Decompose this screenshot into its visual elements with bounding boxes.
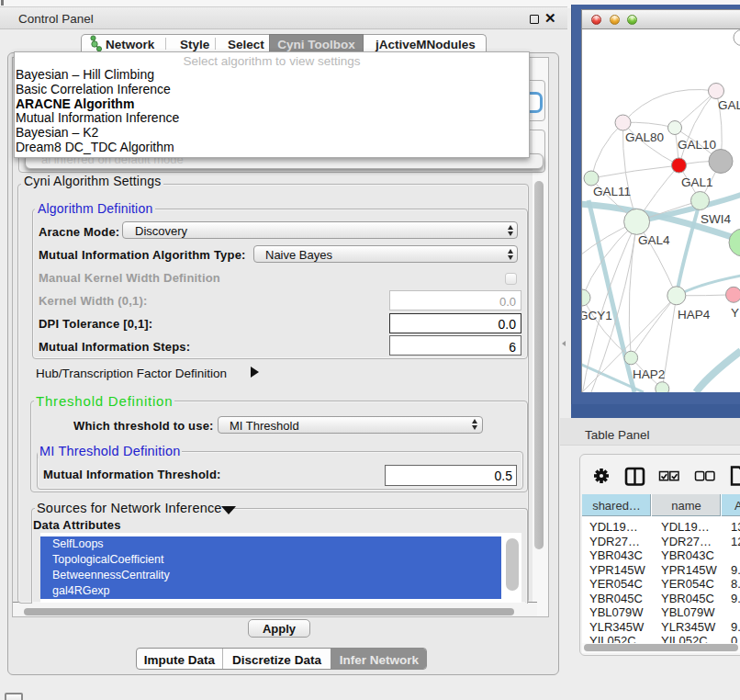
svg-text:Y: Y [731,306,739,320]
svg-text:HAP2: HAP2 [633,367,665,381]
svg-text:HAP4: HAP4 [678,308,711,322]
svg-text:GAL80: GAL80 [625,130,664,144]
svg-text:SWI4: SWI4 [701,212,731,226]
svg-text:GAL11: GAL11 [593,185,631,198]
svg-text:GAL10: GAL10 [678,138,716,152]
svg-text:GAL: GAL [718,98,740,112]
svg-text:GCY1: GCY1 [582,309,612,322]
svg-text:GAL1: GAL1 [681,175,713,189]
svg-text:GAL4: GAL4 [638,233,670,247]
